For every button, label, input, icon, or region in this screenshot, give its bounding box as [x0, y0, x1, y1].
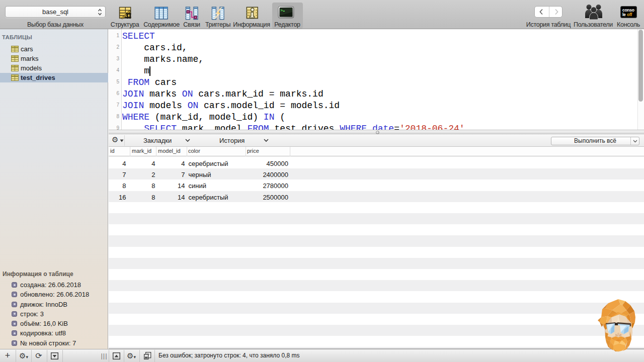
svg-text:le: le	[622, 12, 626, 17]
svg-text:>: >	[280, 8, 283, 13]
svg-text:off: off	[627, 12, 632, 17]
